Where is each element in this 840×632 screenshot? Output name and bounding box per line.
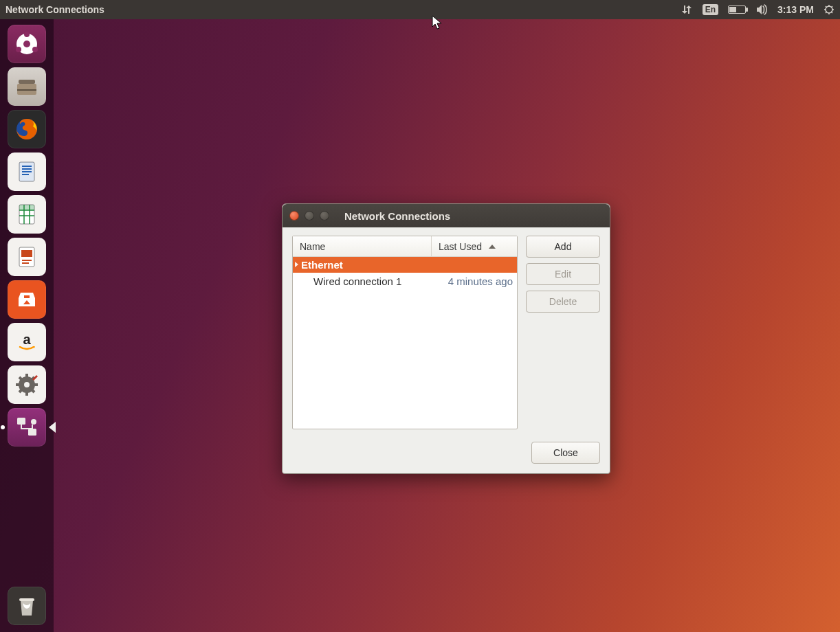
unity-launcher: a bbox=[0, 19, 54, 632]
svg-rect-6 bbox=[19, 80, 35, 84]
keyboard-language-indicator[interactable]: En bbox=[703, 0, 718, 19]
indicator-area: En 3:13 PM bbox=[681, 0, 835, 19]
window-close-icon[interactable] bbox=[289, 211, 299, 221]
svg-rect-13 bbox=[19, 205, 34, 210]
window-minimize-icon[interactable] bbox=[305, 211, 314, 221]
svg-rect-17 bbox=[24, 295, 30, 298]
dialog-titlebar[interactable]: Network Connections bbox=[283, 204, 610, 227]
edit-button[interactable]: Edit bbox=[526, 263, 600, 285]
firefox-icon[interactable] bbox=[8, 110, 46, 148]
clock-time: 3:13 PM bbox=[777, 4, 814, 15]
dialog-title: Network Connections bbox=[344, 210, 450, 222]
svg-point-23 bbox=[31, 419, 36, 425]
close-button[interactable]: Close bbox=[531, 442, 600, 464]
svg-point-20 bbox=[24, 382, 30, 387]
system-settings-icon[interactable] bbox=[8, 365, 46, 404]
expand-arrow-icon bbox=[295, 262, 298, 267]
network-connections-icon[interactable] bbox=[8, 408, 46, 447]
libreoffice-impress-icon[interactable] bbox=[8, 238, 46, 276]
sound-indicator-icon[interactable] bbox=[755, 0, 768, 19]
svg-point-3 bbox=[24, 32, 30, 37]
svg-rect-22 bbox=[28, 429, 36, 436]
svg-point-5 bbox=[32, 47, 38, 52]
list-header: Name Last Used bbox=[293, 236, 517, 257]
connection-last-used: 4 minutes ago bbox=[432, 275, 517, 287]
svg-rect-21 bbox=[17, 418, 25, 425]
svg-point-4 bbox=[16, 47, 21, 52]
top-panel: Network Connections En 3:13 PM bbox=[0, 0, 840, 19]
add-button[interactable]: Add bbox=[526, 236, 600, 258]
svg-rect-15 bbox=[21, 250, 32, 257]
network-indicator-icon[interactable] bbox=[681, 0, 693, 19]
network-connections-dialog: Network Connections Name Last Used Ether… bbox=[282, 203, 610, 474]
trash-icon[interactable] bbox=[8, 587, 46, 625]
column-last-used[interactable]: Last Used bbox=[432, 236, 517, 256]
session-indicator-icon[interactable] bbox=[824, 0, 835, 19]
battery-indicator-icon[interactable] bbox=[728, 0, 746, 19]
clock-indicator[interactable]: 3:13 PM bbox=[777, 0, 814, 19]
connection-group-ethernet[interactable]: Ethernet bbox=[293, 257, 517, 273]
svg-rect-24 bbox=[19, 598, 34, 601]
svg-rect-8 bbox=[17, 89, 36, 91]
connection-row[interactable]: Wired connection 1 4 minutes ago bbox=[293, 273, 517, 290]
ubuntu-software-icon[interactable] bbox=[8, 280, 46, 319]
libreoffice-writer-icon[interactable] bbox=[8, 153, 46, 191]
files-icon[interactable] bbox=[8, 67, 46, 106]
sort-ascending-icon bbox=[489, 245, 496, 249]
connection-name: Wired connection 1 bbox=[293, 275, 432, 287]
delete-button[interactable]: Delete bbox=[526, 291, 600, 313]
svg-point-2 bbox=[23, 41, 30, 47]
amazon-icon[interactable]: a bbox=[8, 323, 46, 361]
mouse-cursor-icon bbox=[432, 15, 443, 33]
connections-list[interactable]: Name Last Used Ethernet Wired connection… bbox=[292, 236, 518, 429]
svg-text:a: a bbox=[23, 332, 31, 347]
active-window-title: Network Connections bbox=[5, 4, 104, 15]
libreoffice-calc-icon[interactable] bbox=[8, 195, 46, 234]
window-maximize-icon[interactable] bbox=[320, 211, 329, 221]
column-name[interactable]: Name bbox=[293, 236, 432, 256]
dash-home-icon[interactable] bbox=[8, 25, 46, 63]
